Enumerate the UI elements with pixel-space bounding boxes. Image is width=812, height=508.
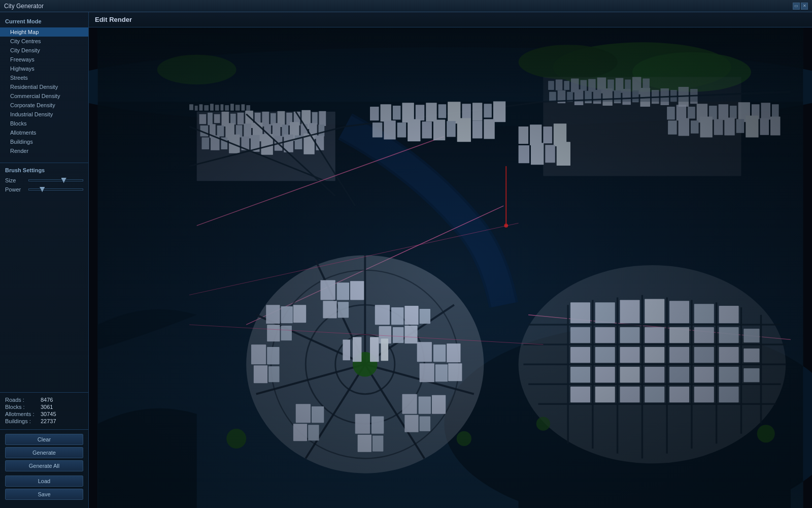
load-save-buttons-panel: Load Save <box>0 475 88 504</box>
sidebar-item-commercial-density[interactable]: Commercial Density <box>0 91 88 101</box>
power-row: Power <box>5 186 83 193</box>
viewport-header: Edit Render <box>89 12 812 27</box>
sidebar-item-buildings[interactable]: Buildings <box>0 137 88 146</box>
power-slider[interactable] <box>28 188 83 190</box>
roads-label: Roads : <box>5 397 41 403</box>
window-controls[interactable]: ▭ ✕ <box>793 3 808 10</box>
sidebar-item-residential-density[interactable]: Residential Density <box>0 82 88 91</box>
title-bar: City Generator ▭ ✕ <box>0 0 812 12</box>
viewport-title: Edit Render <box>95 16 132 23</box>
viewport[interactable]: Edit Render <box>89 12 812 508</box>
city-canvas[interactable] <box>89 27 812 508</box>
sidebar-item-height-map[interactable]: Height Map <box>0 27 88 37</box>
sidebar-item-highways[interactable]: Highways <box>0 64 88 73</box>
blocks-label: Blocks : <box>5 404 41 410</box>
allotments-stat: Allotments : 30745 <box>5 411 83 417</box>
size-slider-thumb[interactable] <box>61 178 66 183</box>
load-button[interactable]: Load <box>5 475 83 487</box>
sidebar-item-freeways[interactable]: Freeways <box>0 55 88 64</box>
buildings-label: Buildings : <box>5 418 41 424</box>
sidebar-item-blocks[interactable]: Blocks <box>0 119 88 128</box>
current-mode-label: Current Mode <box>0 16 88 27</box>
sidebar-item-streets[interactable]: Streets <box>0 73 88 82</box>
save-button[interactable]: Save <box>5 489 83 500</box>
city-scene-svg <box>89 27 812 508</box>
size-row: Size <box>5 177 83 183</box>
size-label: Size <box>5 177 25 183</box>
blocks-stat: Blocks : 3061 <box>5 404 83 410</box>
sidebar-item-corporate-density[interactable]: Corporate Density <box>0 101 88 110</box>
stats-panel: Roads : 8476 Blocks : 3061 Allotments : … <box>0 392 88 429</box>
sidebar-item-industrial-density[interactable]: Industrial Density <box>0 110 88 119</box>
mode-list: Height Map City Centres City Density Fre… <box>0 27 88 155</box>
buildings-value: 22737 <box>41 418 56 424</box>
sidebar: Current Mode Height Map City Centres Cit… <box>0 12 89 508</box>
sidebar-item-allotments[interactable]: Allotments <box>0 128 88 137</box>
app-title: City Generator <box>4 3 44 10</box>
sidebar-item-city-centres[interactable]: City Centres <box>0 37 88 46</box>
main-area: Current Mode Height Map City Centres Cit… <box>0 12 812 508</box>
brush-settings-panel: Brush Settings Size Power <box>0 163 88 200</box>
sidebar-item-city-density[interactable]: City Density <box>0 46 88 55</box>
allotments-value: 30745 <box>41 411 56 417</box>
allotments-label: Allotments : <box>5 411 41 417</box>
brush-settings-title: Brush Settings <box>5 167 83 173</box>
blocks-value: 3061 <box>41 404 53 410</box>
action-buttons-panel: Clear Generate Generate All <box>0 429 88 475</box>
roads-stat: Roads : 8476 <box>5 397 83 403</box>
generate-all-button[interactable]: Generate All <box>5 460 83 471</box>
buildings-stat: Buildings : 22737 <box>5 418 83 424</box>
roads-value: 8476 <box>41 397 53 403</box>
clear-button[interactable]: Clear <box>5 434 83 445</box>
restore-button[interactable]: ▭ <box>793 3 800 10</box>
power-slider-thumb[interactable] <box>40 187 45 192</box>
size-slider[interactable] <box>28 179 83 181</box>
power-label: Power <box>5 186 25 193</box>
close-button[interactable]: ✕ <box>801 3 808 10</box>
svg-rect-270 <box>98 27 803 508</box>
sidebar-item-render[interactable]: Render <box>0 146 88 155</box>
generate-button[interactable]: Generate <box>5 447 83 458</box>
